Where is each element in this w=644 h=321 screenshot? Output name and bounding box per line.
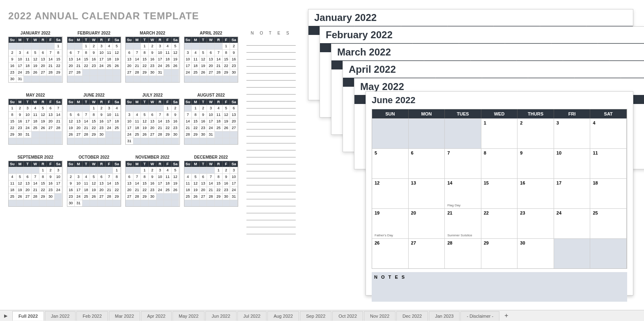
mini-calendar: JUNE 2022SuMTWRFSa1234567891011121314151… [67, 93, 122, 145]
calendar-day-cell[interactable]: 30 [518, 238, 554, 268]
notes-line[interactable] [246, 67, 296, 74]
calendar-day-cell[interactable]: 27 [409, 238, 445, 268]
notes-line[interactable] [246, 178, 296, 185]
june-notes[interactable]: N O T E S [372, 272, 627, 302]
calendar-day-cell[interactable]: 21Summer Solstice [445, 208, 481, 238]
tab-nav-icon[interactable]: ▶ [4, 313, 7, 319]
sheet-tab[interactable]: Full 2022 [12, 311, 44, 321]
page-title: 2022 ANNUAL CALENDAR TEMPLATE [8, 10, 199, 22]
notes-line[interactable] [246, 143, 296, 150]
calendar-day-cell[interactable]: 7 [445, 148, 481, 178]
sheet-tab[interactable]: Mar 2022 [109, 311, 140, 321]
sheet-tab[interactable]: Dec 2022 [396, 311, 428, 321]
calendar-day-cell[interactable]: 22 [481, 208, 518, 238]
sheet-tab[interactable]: Aug 2022 [267, 311, 299, 321]
notes-line[interactable] [246, 129, 296, 136]
calendar-day-cell[interactable]: 2 [518, 118, 554, 148]
mini-calendar: FEBRUARY 2022SuMTWRFSa123456789101112131… [67, 31, 122, 83]
calendar-day-cell[interactable] [409, 118, 445, 148]
calendar-day-cell[interactable]: 14Flag Day [445, 178, 481, 208]
calendar-day-cell[interactable]: 19Father's Day [372, 208, 409, 238]
notes-line[interactable] [246, 81, 296, 88]
notes-line[interactable] [246, 220, 296, 227]
mini-calendar: JANUARY 2022SuMTWRFSa1234567891011121314… [8, 31, 63, 83]
notes-column: N O T E S [246, 31, 296, 234]
annual-calendar-grid: JANUARY 2022SuMTWRFSa1234567891011121314… [8, 31, 238, 217]
calendar-day-cell[interactable]: 28 [445, 238, 481, 268]
calendar-day-cell[interactable]: 24 [554, 208, 591, 238]
calendar-day-cell[interactable]: 25 [590, 208, 627, 238]
calendar-day-cell[interactable]: 9 [518, 148, 554, 178]
notes-line[interactable] [246, 185, 296, 192]
notes-line[interactable] [246, 150, 296, 157]
notes-line[interactable] [246, 206, 296, 213]
calendar-day-cell[interactable] [590, 238, 627, 268]
mini-calendar: MAY 2022SuMTWRFSa12345678910111213141516… [8, 93, 63, 145]
notes-line[interactable] [246, 53, 296, 60]
notes-title: N O T E S [246, 31, 296, 35]
sheet-tab[interactable]: Feb 2022 [76, 311, 108, 321]
sheet-tab[interactable]: Jan 2022 [45, 311, 76, 321]
mini-calendar: DECEMBER 2022SuMTWRFSa123456789101112131… [184, 155, 239, 207]
calendar-day-cell[interactable]: 10 [554, 148, 591, 178]
calendar-day-cell[interactable]: 20 [409, 208, 445, 238]
mini-calendar: NOVEMBER 2022SuMTWRFSa123456789101112131… [125, 155, 180, 207]
calendar-day-cell[interactable]: 11 [590, 148, 627, 178]
notes-line[interactable] [246, 213, 296, 220]
notes-line[interactable] [246, 136, 296, 143]
calendar-day-cell[interactable]: 13 [409, 178, 445, 208]
sheet-tab[interactable]: May 2022 [172, 311, 205, 321]
notes-line[interactable] [246, 171, 296, 178]
notes-line[interactable] [246, 227, 296, 234]
calendar-day-cell[interactable]: 16 [518, 178, 554, 208]
notes-line[interactable] [246, 39, 296, 46]
calendar-day-cell[interactable] [372, 118, 409, 148]
calendar-day-cell[interactable]: 23 [518, 208, 554, 238]
sheet-tab[interactable]: Jul 2022 [237, 311, 267, 321]
notes-line[interactable] [246, 199, 296, 206]
calendar-day-cell[interactable]: 26 [372, 238, 409, 268]
notes-line[interactable] [246, 115, 296, 122]
calendar-day-cell[interactable]: 4 [590, 118, 627, 148]
sheet-tab[interactable]: Jun 2022 [205, 311, 236, 321]
notes-line[interactable] [246, 95, 296, 102]
mini-calendar: AUGUST 2022SuMTWRFSa12345678910111213141… [184, 93, 239, 145]
mini-calendar: SEPTEMBER 2022SuMTWRFSa12345678910111213… [8, 155, 63, 207]
add-sheet-button[interactable]: + [500, 312, 512, 319]
mini-calendar: OCTOBER 2022SuMTWRFSa1234567891011121314… [67, 155, 122, 207]
notes-line[interactable] [246, 60, 296, 67]
mini-calendar: JULY 2022SuMTWRFSa1234567891011121314151… [125, 93, 180, 145]
sheet-tab[interactable]: Oct 2022 [332, 311, 363, 321]
notes-line[interactable] [246, 122, 296, 129]
calendar-day-cell[interactable]: 3 [554, 118, 591, 148]
sheet-tab[interactable]: Jan 2023 [429, 311, 460, 321]
sheet-tab[interactable]: Apr 2022 [141, 311, 172, 321]
calendar-day-cell[interactable] [445, 118, 481, 148]
sheet-tab[interactable]: Nov 2022 [364, 311, 396, 321]
notes-line[interactable] [246, 46, 296, 53]
calendar-day-cell[interactable]: 29 [481, 238, 518, 268]
calendar-day-cell[interactable]: 15 [481, 178, 518, 208]
notes-line[interactable] [246, 102, 296, 109]
calendar-day-cell[interactable]: 18 [590, 178, 627, 208]
notes-line[interactable] [246, 192, 296, 199]
notes-line[interactable] [246, 164, 296, 171]
calendar-day-cell[interactable]: 1 [481, 118, 518, 148]
sheet-tab[interactable]: - Disclaimer - [460, 311, 499, 321]
calendar-day-cell[interactable]: 5 [372, 148, 409, 178]
mini-calendar: MARCH 2022SuMTWRFSa123456789101112131415… [125, 31, 180, 83]
notes-line[interactable] [246, 88, 296, 95]
notes-line[interactable] [246, 109, 296, 115]
june-detail-card: June 2022SUNMONTUESWEDTHURSFRISAT1234567… [366, 91, 633, 296]
calendar-day-cell[interactable]: 8 [481, 148, 518, 178]
mini-calendar: APRIL 2022SuMTWRFSa123456789101112131415… [184, 31, 239, 83]
notes-line[interactable] [246, 157, 296, 164]
calendar-day-cell[interactable]: 17 [554, 178, 591, 208]
calendar-day-cell[interactable]: 12 [372, 178, 409, 208]
sheet-tab[interactable]: Sep 2022 [300, 311, 331, 321]
calendar-day-cell[interactable]: 6 [409, 148, 445, 178]
notes-line[interactable] [246, 74, 296, 81]
calendar-day-cell[interactable] [554, 238, 591, 268]
sheet-tabs: ▶ Full 2022Jan 2022Feb 2022Mar 2022Apr 2… [0, 310, 644, 321]
